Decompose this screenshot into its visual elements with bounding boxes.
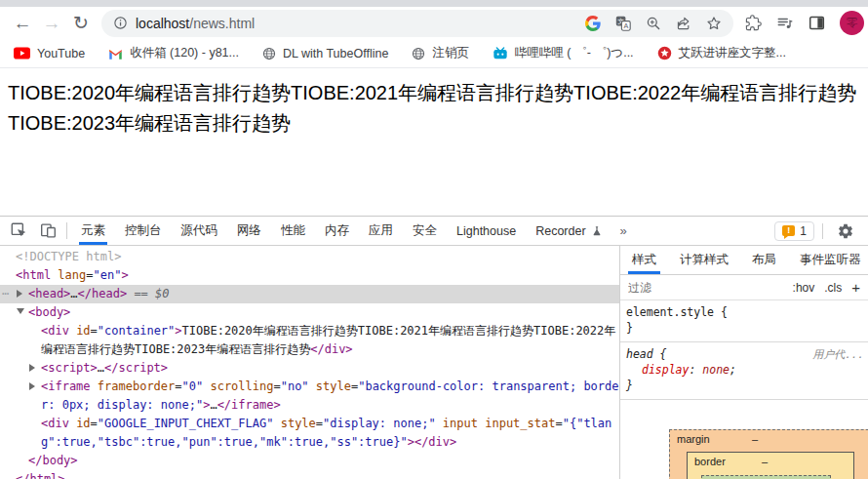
code-token: lang xyxy=(51,268,86,282)
globe-icon xyxy=(262,47,276,60)
devtools-tab-安全[interactable]: 安全 xyxy=(403,217,447,245)
back-button[interactable]: ← xyxy=(8,10,37,37)
code-token: = xyxy=(91,324,98,338)
css-rules-list: element.style {}head {用户代...display: non… xyxy=(620,300,868,400)
dom-tree-row[interactable]: ⋯<head>…</head> == $0 xyxy=(0,285,619,303)
tab-label: 元素 xyxy=(81,222,105,239)
url-host: localhost xyxy=(136,16,189,31)
expand-arrow-right-icon[interactable] xyxy=(17,290,22,298)
issues-badge[interactable]: 1 xyxy=(774,221,814,241)
border-value[interactable]: – xyxy=(762,456,768,467)
code-token: : xyxy=(689,363,702,377)
red-star-icon xyxy=(657,46,672,60)
dom-tree-row[interactable]: <script>…</script> xyxy=(0,359,619,378)
code-token: = xyxy=(555,417,562,430)
dom-tree-row[interactable]: <body> xyxy=(0,303,619,322)
url-text[interactable]: localhost/news.html xyxy=(136,16,577,31)
zoom-icon[interactable] xyxy=(646,16,661,31)
inspect-element-icon[interactable] xyxy=(4,217,33,245)
styles-tab-布局[interactable]: 布局 xyxy=(740,246,788,274)
playlist-icon[interactable] xyxy=(776,15,794,32)
bilibili-icon xyxy=(493,47,508,60)
svg-text:A: A xyxy=(623,21,628,30)
tab-label: 安全 xyxy=(413,222,437,239)
devtools-tab-Lighthouse[interactable]: Lighthouse xyxy=(447,217,526,245)
bookmark-item[interactable]: 收件箱 (120) - y81... xyxy=(108,45,239,61)
bookmark-item[interactable]: YouTube xyxy=(14,47,85,60)
reload-button[interactable]: ↻ xyxy=(66,10,96,37)
css-rule[interactable]: head {用户代...display: none;} xyxy=(620,342,868,400)
tab-label: 控制台 xyxy=(125,222,162,239)
bookmark-star-icon[interactable] xyxy=(706,16,722,31)
dom-tree-row[interactable]: <div id="GOOGLE_INPUT_CHEXT_FLAG" style=… xyxy=(0,415,619,452)
row-overflow-dots: ⋯ xyxy=(2,285,7,303)
devtools-tab-网络[interactable]: 网络 xyxy=(227,217,271,245)
styles-tab-事件监听器[interactable]: 事件监听器 xyxy=(788,246,868,274)
devtools-tab-应用[interactable]: 应用 xyxy=(359,217,403,245)
profile-avatar[interactable]: 零 xyxy=(840,11,864,35)
code-token: <div xyxy=(41,417,69,430)
more-tabs-chevron[interactable]: » xyxy=(612,217,635,245)
bookmark-item[interactable]: 艾跃进讲座文字整... xyxy=(657,45,786,61)
address-bar[interactable]: localhost/news.html 文A xyxy=(101,10,733,37)
bookmark-item[interactable]: 哔哩哔哩 ( ゜- ゜)つ... xyxy=(493,45,634,61)
margin-value[interactable]: – xyxy=(752,433,758,445)
code-token: style xyxy=(309,379,351,393)
dom-tree-row[interactable]: </html> xyxy=(0,470,619,479)
expand-arrow-down-icon[interactable] xyxy=(17,308,24,314)
extensions-puzzle-icon[interactable] xyxy=(745,15,762,31)
share-icon[interactable] xyxy=(676,16,691,31)
box-model-padding[interactable] xyxy=(701,475,831,479)
styles-tab-样式[interactable]: 样式 xyxy=(620,246,668,274)
box-model-margin[interactable]: margin – border – xyxy=(669,429,868,479)
side-panel-icon[interactable] xyxy=(809,15,825,31)
devtools-tab-源代码[interactable]: 源代码 xyxy=(172,217,228,245)
code-token: "GOOGLE_INPUT_CHEXT_FLAG" xyxy=(98,417,274,430)
code-token: = xyxy=(91,417,98,430)
rule-selector[interactable]: element.style { xyxy=(626,304,862,320)
code-token: <div xyxy=(41,324,69,338)
margin-label: margin xyxy=(677,433,710,445)
google-g-icon[interactable] xyxy=(585,16,601,31)
css-value[interactable]: none xyxy=(702,363,730,377)
device-toolbar-icon[interactable] xyxy=(33,217,62,245)
box-model-border[interactable]: border – xyxy=(687,452,854,479)
bookmark-label: DL with TubeOffline xyxy=(283,47,388,60)
toggle-class-button[interactable]: .cls xyxy=(824,281,842,295)
expand-arrow-right-icon[interactable] xyxy=(29,382,35,390)
toggle-hover-state-button[interactable]: :hov xyxy=(793,281,815,295)
expand-arrow-right-icon[interactable] xyxy=(29,364,35,372)
youtube-icon xyxy=(14,47,30,60)
translate-icon[interactable]: 文A xyxy=(615,16,631,31)
devtools-tab-性能[interactable]: 性能 xyxy=(271,217,315,245)
styles-filter-input[interactable] xyxy=(628,281,783,295)
border-label: border xyxy=(694,456,726,467)
forward-button[interactable]: → xyxy=(37,10,66,37)
bookmark-label: 哔哩哔哩 ( ゜- ゜)つ... xyxy=(515,45,634,61)
dom-tree-row[interactable]: </body> xyxy=(0,452,619,470)
bookmark-label: YouTube xyxy=(37,47,85,60)
dom-tree-row[interactable]: <iframe frameborder="0" scrolling="no" s… xyxy=(0,378,619,415)
globe-icon xyxy=(412,47,425,60)
tab-label: 应用 xyxy=(369,222,393,239)
css-declaration[interactable]: display: none; xyxy=(626,362,862,378)
bookmark-item[interactable]: 注销页 xyxy=(412,45,469,61)
dom-tree-row[interactable]: <div id="container">TIOBE:2020年编程语言排行趋势T… xyxy=(0,322,619,359)
page-info-icon[interactable] xyxy=(113,16,128,30)
css-rule[interactable]: element.style {} xyxy=(620,300,868,342)
code-token: > xyxy=(408,435,414,449)
devtools-toolbar: 元素控制台源代码网络性能内存应用安全LighthouseRecorder» 1 xyxy=(0,217,868,246)
dom-tree-row[interactable]: <!DOCTYPE html> xyxy=(0,248,619,266)
rule-origin: 用户代... xyxy=(812,347,864,363)
bookmark-item[interactable]: DL with TubeOffline xyxy=(262,47,388,60)
settings-gear-icon[interactable] xyxy=(831,222,860,240)
devtools-tab-控制台[interactable]: 控制台 xyxy=(115,217,172,245)
devtools-tab-元素[interactable]: 元素 xyxy=(71,217,115,245)
avatar-glyph: 零 xyxy=(847,15,858,31)
dom-tree-row[interactable]: <html lang="en"> xyxy=(0,266,619,285)
devtools-tab-Recorder[interactable]: Recorder xyxy=(526,217,612,245)
new-style-rule-button[interactable]: + xyxy=(851,279,860,296)
css-property[interactable]: display xyxy=(642,363,689,377)
devtools-tab-内存[interactable]: 内存 xyxy=(315,217,359,245)
styles-tab-计算样式[interactable]: 计算样式 xyxy=(668,246,740,274)
